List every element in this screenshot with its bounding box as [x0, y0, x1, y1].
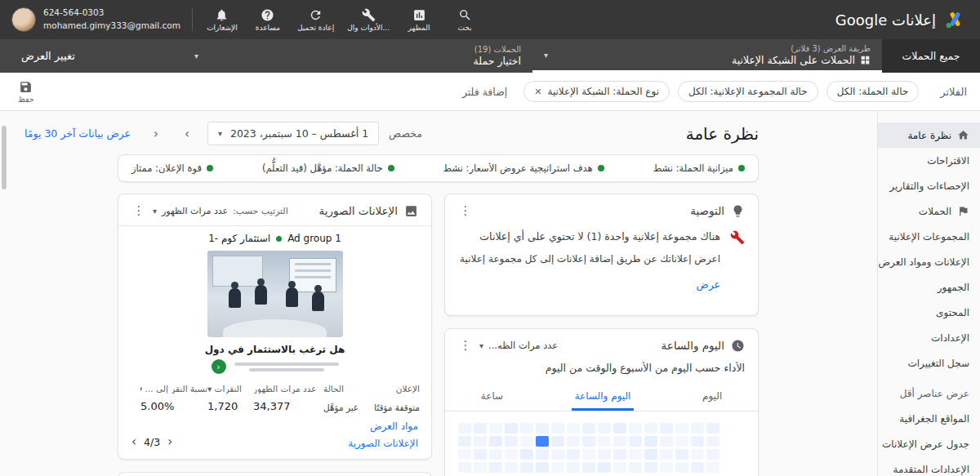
sidebar-item[interactable]: عرض عناصر أقل [878, 380, 980, 406]
sidebar-item[interactable]: الإعدادات المتقدمة [878, 456, 980, 476]
add-filter-button[interactable]: إضافة فلتر [454, 86, 515, 98]
heatmap-cell [613, 423, 626, 434]
heatmap-cell [536, 462, 549, 473]
day-hour-subtitle: الأداء حسب اليوم من الأسبوع والوقت من ال… [445, 360, 758, 374]
sidebar-item[interactable]: المحتوى [878, 300, 980, 325]
table-column-header[interactable]: نسبة النقر إلى ... ▾ [140, 384, 207, 394]
heatmap-cell [706, 436, 719, 447]
topbar-icon-label: مساعدة [256, 24, 280, 32]
display-ads-link[interactable]: الإعلانات الصورية [348, 438, 418, 449]
heatmap-cell [629, 423, 642, 434]
campaign-status-strip: ميزانية الحملة: نشطهدف استراتيجية عروض ا… [118, 154, 759, 182]
display-ads-link[interactable]: مواد العرض [348, 420, 418, 432]
date-next-button[interactable]: › [176, 123, 198, 145]
metric-select[interactable]: عدد مرات الظه... ▾ [479, 340, 558, 351]
last-30-days-link[interactable]: عرض بيانات آخر 30 يومًا [24, 127, 131, 140]
table-column-header[interactable]: الحالة [323, 384, 366, 394]
account-avatar[interactable] [11, 7, 36, 32]
tools-icon [362, 8, 376, 22]
chevron-down-icon: ▾ [153, 207, 157, 216]
campaign-nav-bar: جميع الحملات طريقة العرض (3 فلاتر) الحمل… [0, 39, 980, 73]
sidebar-item[interactable]: الإعدادات [878, 325, 980, 350]
topbar-icon-label: المظهر [408, 24, 430, 32]
sidebar-item[interactable]: الإحصاءات والتقارير [878, 173, 980, 198]
chevron-down-icon: ▾ [218, 129, 222, 138]
day-hour-tab[interactable]: ساعة [478, 385, 506, 411]
change-view-button[interactable]: تغيير العرض [0, 39, 96, 73]
sidebar-item[interactable]: سجل التغييرات [878, 350, 980, 376]
display-ads-footer: مواد العرضالإعلانات الصورية ‹ 4/3 › [118, 412, 431, 459]
sort-label: الترتيب حسب: [233, 206, 288, 216]
ad-headline: هل ترغب بالاستثمار في دول [118, 344, 431, 355]
heatmap-cell [489, 449, 502, 460]
table-cell: 34,377 [253, 400, 323, 412]
campaign-status-item: ميزانية الحملة: نشط [653, 162, 745, 174]
table-column-header[interactable]: عدد مرات الظهور [253, 384, 323, 394]
kebab-menu-icon[interactable]: ⋮ [458, 203, 473, 218]
page-title: نظرة عامة [686, 124, 759, 144]
heatmap-cell [567, 423, 580, 434]
ad-preview-image[interactable] [207, 251, 343, 337]
heatmap-cell [567, 449, 580, 460]
filter-chip[interactable]: حالة المجموعة الإعلانية: الكل [678, 81, 818, 102]
day-hour-tab[interactable]: اليوم والساعة [572, 385, 635, 411]
heatmap-cell [660, 462, 673, 473]
ad-group-line[interactable]: Ad group 1 استثمار كوم -1 [118, 226, 431, 246]
filter-chip-label: نوع الحملة: الشبكة الإعلانية [547, 86, 659, 97]
heatmap-cell [489, 423, 502, 434]
heatmap-cell [536, 436, 549, 447]
heatmap-cell [505, 462, 518, 473]
refresh-icon-button[interactable]: إعادة تحميل [292, 5, 339, 35]
recommendation-view-link[interactable]: عرض [460, 278, 720, 291]
close-icon[interactable]: ✕ [534, 87, 541, 97]
save-button[interactable]: حفظ [18, 80, 34, 104]
account-lines: 624-564-0303 mohamed.gimy333@gmail.com [43, 7, 180, 33]
sidebar-item[interactable]: الإعلانات ومواد العرض [878, 249, 980, 274]
tools-icon-button[interactable]: الأدوات وال... [342, 5, 394, 35]
account-email: mohamed.gimy333@gmail.com [43, 20, 180, 33]
sort-control[interactable]: الترتيب حسب: عدد مرات الظهور ▾ [153, 206, 288, 216]
heatmap-cell [474, 436, 487, 447]
table-column-header[interactable]: النقرات ▾ [207, 384, 253, 394]
heatmap-cell [474, 449, 487, 460]
view-selector[interactable]: طريقة العرض (3 فلاتر) الحملات على الشبكة… [532, 39, 882, 73]
appearance-icon-button[interactable]: المظهر [398, 5, 440, 35]
sidebar-item[interactable]: نظرة عامة [878, 122, 980, 148]
sidebar-item[interactable]: الاقتراحات [878, 148, 980, 173]
date-prev-button[interactable]: ‹ [145, 123, 167, 145]
sidebar-item-label: نظرة عامة [907, 130, 951, 141]
sidebar-item[interactable]: المواقع الجغرافية [878, 406, 980, 431]
heatmap-cell [458, 462, 471, 473]
help-icon-button[interactable]: مساعدة [247, 5, 289, 35]
wrench-alert-icon [730, 229, 745, 291]
notifications-icon-button[interactable]: الإشعارات [201, 5, 243, 35]
sidebar-item[interactable]: الحملات [878, 198, 980, 224]
page-prev-button[interactable]: ‹ [131, 434, 136, 449]
day-hour-card: اليوم والساعة عدد مرات الظه... ▾ ⋮ الأدا… [444, 328, 759, 476]
heatmap-cell [644, 462, 657, 473]
sidebar-item[interactable]: الجمهور [878, 274, 980, 300]
sidebar-item[interactable]: جدول عرض الإعلانات [878, 431, 980, 456]
image-ad-icon [404, 204, 418, 218]
sidebar-item-label: الاقتراحات [927, 155, 969, 167]
table-column-header[interactable]: الإعلان [366, 384, 420, 394]
kebab-menu-icon[interactable]: ⋮ [131, 203, 146, 218]
filter-chip[interactable]: حالة الحملة: الكل [826, 81, 920, 102]
filter-chip[interactable]: نوع الحملة: الشبكة الإعلانية✕ [523, 81, 670, 102]
recommendation-detail: اعرض إعلاناتك عن طريق إضافة إعلانات إلى … [460, 251, 720, 267]
search-icon-button[interactable]: بحث [443, 5, 486, 35]
sidebar-item[interactable]: المجموعات الإعلانية [878, 224, 980, 249]
heatmap-cell [660, 436, 673, 447]
heatmap-cell [706, 449, 719, 460]
page-next-button[interactable]: › [167, 434, 172, 449]
recommendation-text: هناك مجموعة إعلانية واحدة (1) لا تحتوي ع… [460, 229, 720, 245]
all-campaigns-button[interactable]: جميع الحملات [882, 39, 980, 73]
vertical-scrollbar[interactable] [2, 126, 7, 189]
campaign-selector[interactable]: الحملات (19) اختيار حملة ▾ [183, 39, 532, 73]
day-hour-tab[interactable]: اليوم [699, 385, 725, 411]
account-info[interactable]: 624-564-0303 mohamed.gimy333@gmail.com [0, 7, 192, 33]
date-range-picker[interactable]: 1 أغسطس – 10 سبتمبر، 2023 ▾ [207, 122, 379, 145]
heatmap-cell [644, 449, 657, 460]
ad-cta-arrow-button[interactable]: ‹ [212, 359, 226, 374]
kebab-menu-icon[interactable]: ⋮ [458, 338, 473, 353]
